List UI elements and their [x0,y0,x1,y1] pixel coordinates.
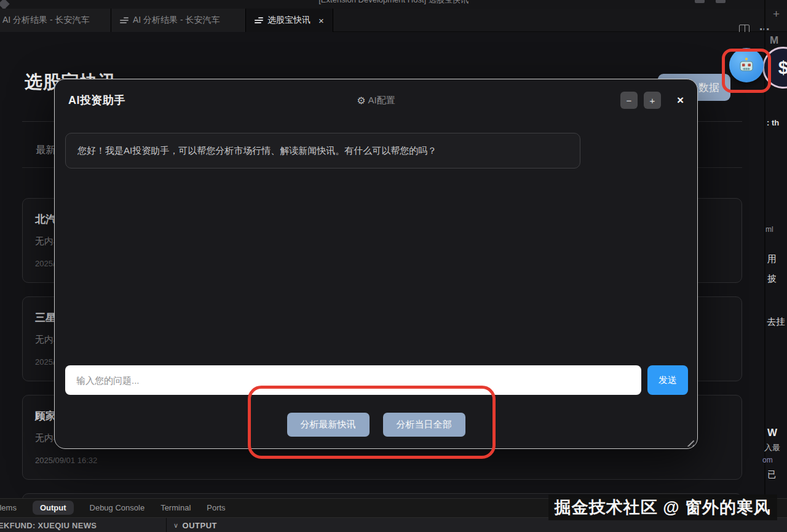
tab-close-icon[interactable]: × [318,16,324,25]
robot-icon [738,57,755,74]
panel-tab-ports[interactable]: Ports [207,503,225,512]
ai-assistant-robot-button[interactable] [729,48,764,82]
divider [166,518,167,532]
webview-icon [120,17,129,23]
bg-fragment: W [767,427,777,439]
tab-ai-result-1[interactable]: AI 分析结果 - 长安汽车 [0,9,111,32]
tab-xuangubao-active[interactable]: 选股宝快讯 × [246,9,333,32]
panel-tab-output[interactable]: Output [33,501,74,515]
send-button[interactable]: 发送 [647,365,688,395]
panel-tab-problems[interactable]: Problems [0,503,17,512]
layout-toggle-icon[interactable] [0,0,10,9]
title-bar: [Extension Development Host] 选股宝快讯 [0,0,787,9]
assistant-welcome-message: 您好！我是AI投资助手，可以帮您分析市场行情、解读新闻快讯。有什么可以帮您的吗？ [65,133,580,169]
close-icon[interactable]: × [677,93,684,107]
tab-label: 选股宝快讯 [267,15,310,26]
news-date: 2025/09/01 16:32 [35,456,97,465]
news-title: 北汽 [35,212,56,226]
gear-icon: ⚙ [357,95,365,106]
analyze-latest-button[interactable]: 分析最新快讯 [287,413,370,437]
bg-fragment: : th [767,118,779,127]
bg-fragment: 用 [767,253,777,265]
tab-label: AI 分析结果 - 长安汽车 [2,15,90,26]
chevron-down-icon: ∨ [173,522,179,530]
font-decrease-button[interactable]: − [620,92,638,109]
watermark-text: 掘金技术社区 @ 窗外的寒风 [548,494,777,520]
bg-fragment: ml [765,225,773,234]
output-channel-name: EKFUND: XUEQIU NEWS [0,521,97,530]
panel-tab-debug-console[interactable]: Debug Console [90,503,145,512]
ai-config-label: AI配置 [368,95,395,106]
panel-tab-terminal[interactable]: Terminal [160,503,191,512]
app-window: [Extension Development Host] 选股宝快讯 AI 分析… [0,0,787,532]
news-title: 顾家 [35,409,56,423]
bg-fragment: 披 [767,273,777,285]
question-input[interactable] [65,365,641,395]
tab-ai-result-2[interactable]: AI 分析结果 - 长安汽车 [111,9,246,32]
resize-handle-icon[interactable] [687,439,694,447]
output-section-header[interactable]: ∨ OUTPUT [173,521,217,530]
layout-panel-icon[interactable] [716,0,726,3]
ai-config-button[interactable]: ⚙ AI配置 [357,95,395,106]
plus-icon[interactable]: + [773,7,780,21]
analyze-all-today-button[interactable]: 分析当日全部 [383,413,465,437]
bg-fragment: 去挂 [767,316,785,328]
modal-header[interactable]: AI投资助手 ⚙ AI配置 − + × [55,79,697,121]
layout-sidebar-icon[interactable] [695,0,705,3]
webview-icon [255,17,263,23]
modal-title: AI投资助手 [68,93,125,108]
font-increase-button[interactable]: + [644,92,661,109]
output-header-label: OUTPUT [183,521,217,530]
bg-fragment: 已 [767,469,776,480]
bg-fragment: om [762,456,773,464]
ai-assistant-modal: AI投资助手 ⚙ AI配置 − + × 您好！我是AI投资助手，可以帮您分析市场… [54,79,698,449]
window-title: [Extension Development Host] 选股宝快讯 [318,0,468,6]
news-title: 三星 [35,311,56,325]
bg-fragment: 入最 [764,442,780,453]
bg-fragment: M [770,34,778,47]
tab-label: AI 分析结果 - 长安汽车 [133,15,220,26]
editor-tab-bar: AI 分析结果 - 长安汽车 AI 分析结果 - 长安汽车 选股宝快讯 × ⋯ … [0,9,787,32]
